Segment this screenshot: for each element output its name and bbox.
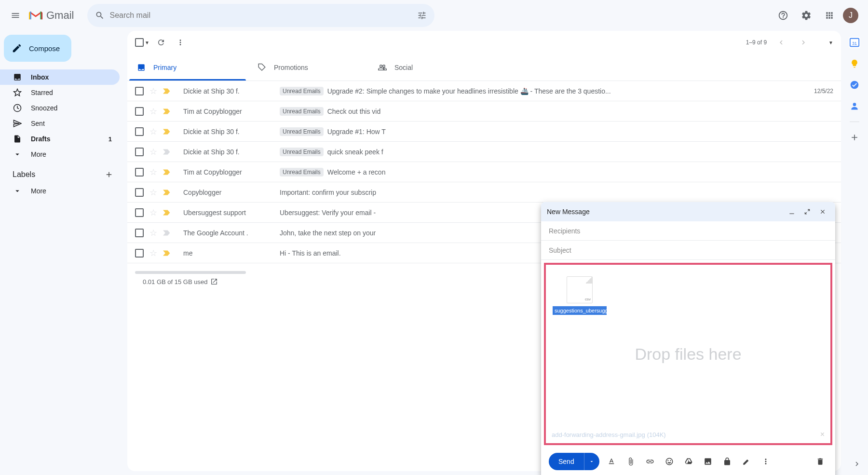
importance-marker[interactable] (163, 149, 172, 155)
email-label-chip[interactable]: Unread Emails (280, 148, 324, 156)
contacts-app-button[interactable] (849, 100, 860, 112)
discard-draft-button[interactable] (813, 454, 827, 469)
search-options-button[interactable] (412, 6, 432, 25)
format-button[interactable] (604, 454, 619, 469)
signature-button[interactable] (739, 454, 754, 469)
photo-button[interactable] (701, 454, 715, 469)
compose-body[interactable]: csv suggestions_ubersuggest...limit.csv … (541, 260, 835, 448)
email-row[interactable]: ☆ Tim at Copyblogger Unread Emails Check… (127, 101, 841, 122)
send-options-button[interactable] (584, 453, 599, 470)
settings-button[interactable] (797, 6, 816, 25)
account-avatar[interactable]: J (843, 8, 858, 23)
remove-attachment-button[interactable]: × (820, 430, 825, 439)
attach-button[interactable] (624, 454, 638, 469)
storage-info: 0.01 GB of 15 GB used (135, 274, 226, 289)
email-label-chip[interactable]: Unread Emails (280, 87, 324, 95)
tasks-app-button[interactable] (849, 79, 860, 91)
side-panel-collapse[interactable] (853, 460, 861, 468)
keep-app-button[interactable] (849, 58, 860, 69)
email-subject: Welcome + a recon (327, 168, 386, 176)
importance-marker[interactable] (163, 108, 172, 115)
row-checkbox[interactable] (135, 229, 144, 237)
google-apps-button[interactable] (820, 6, 839, 25)
next-page-button[interactable] (796, 35, 811, 50)
row-checkbox[interactable] (135, 208, 144, 217)
tab-promotions[interactable]: Promotions (248, 54, 368, 81)
support-button[interactable] (773, 6, 793, 25)
star-button[interactable]: ☆ (149, 248, 157, 258)
nav-inbox[interactable]: Inbox (0, 69, 120, 85)
importance-marker[interactable] (163, 250, 172, 257)
row-checkbox[interactable] (135, 107, 144, 116)
email-label-chip[interactable]: Unread Emails (280, 107, 324, 116)
row-checkbox[interactable] (135, 87, 144, 95)
svg-rect-2 (822, 41, 823, 41)
importance-marker[interactable] (163, 209, 172, 216)
get-addons-button[interactable] (849, 132, 860, 143)
refresh-button[interactable] (153, 35, 169, 50)
more-actions-button[interactable] (173, 35, 188, 50)
gmail-logo[interactable]: Gmail (29, 9, 74, 22)
row-checkbox[interactable] (135, 168, 144, 176)
link-button[interactable] (643, 454, 657, 469)
email-row[interactable]: ☆ Tim at Copyblogger Unread Emails Welco… (127, 162, 841, 182)
importance-marker[interactable] (163, 230, 172, 236)
email-label-chip[interactable]: Unread Emails (280, 168, 324, 176)
nav-drafts[interactable]: Drafts 1 (0, 131, 120, 147)
emoji-button[interactable] (662, 454, 677, 469)
importance-marker[interactable] (163, 88, 172, 95)
fullscreen-button[interactable] (800, 205, 814, 218)
add-label-button[interactable] (102, 168, 116, 181)
prev-page-button[interactable] (773, 35, 789, 50)
importance-marker[interactable] (163, 169, 172, 176)
drop-zone[interactable]: csv suggestions_ubersuggest...limit.csv … (544, 263, 832, 445)
close-compose-button[interactable] (816, 205, 829, 218)
star-button[interactable]: ☆ (149, 126, 157, 137)
tab-social[interactable]: Social (368, 54, 489, 81)
nav-sent[interactable]: Sent (0, 116, 120, 131)
email-subject: John, take the next step on your (280, 229, 376, 237)
row-checkbox[interactable] (135, 148, 144, 156)
search-button[interactable] (90, 6, 109, 25)
confidential-button[interactable] (720, 454, 734, 469)
drive-button[interactable] (681, 454, 696, 469)
star-button[interactable]: ☆ (149, 106, 157, 117)
star-button[interactable]: ☆ (149, 86, 157, 96)
subject-field[interactable]: Subject (541, 241, 835, 260)
nav-snoozed[interactable]: Snoozed (0, 100, 120, 116)
star-button[interactable]: ☆ (149, 187, 157, 198)
email-label-chip[interactable]: Unread Emails (280, 127, 324, 136)
star-button[interactable]: ☆ (149, 207, 157, 218)
star-button[interactable]: ☆ (149, 167, 157, 177)
importance-marker[interactable] (163, 189, 172, 196)
calendar-app-button[interactable]: 31 (849, 37, 860, 48)
compose-button[interactable]: Compose (4, 35, 71, 62)
more-options-button[interactable] (759, 454, 773, 469)
row-checkbox[interactable] (135, 188, 144, 197)
send-button[interactable]: Send (549, 458, 584, 465)
nav-more[interactable]: More (0, 147, 120, 162)
importance-icon (163, 250, 171, 257)
search-input[interactable] (109, 11, 412, 20)
email-row[interactable]: ☆ Dickie at Ship 30 f. Unread Emails Upg… (127, 81, 841, 101)
tab-primary[interactable]: Primary (127, 54, 248, 81)
compose-header[interactable]: New Message (541, 202, 835, 221)
recipients-field[interactable]: Recipients (541, 221, 835, 241)
email-row[interactable]: ☆ Dickie at Ship 30 f. Unread Emails qui… (127, 142, 841, 162)
main-menu-button[interactable] (4, 4, 27, 27)
input-mode-button[interactable]: ▼ (818, 39, 833, 46)
importance-marker[interactable] (163, 128, 172, 135)
email-row[interactable]: ☆ Copyblogger Important: confirm your su… (127, 182, 841, 203)
star-button[interactable]: ☆ (149, 147, 157, 157)
select-all-control[interactable]: ▼ (135, 38, 149, 47)
nav-starred[interactable]: Starred (0, 85, 120, 100)
file-preview[interactable]: csv suggestions_ubersuggest...limit.csv (565, 276, 594, 315)
minimize-button[interactable] (785, 205, 799, 218)
external-link-icon[interactable] (210, 278, 218, 285)
row-checkbox[interactable] (135, 249, 144, 258)
email-row[interactable]: ☆ Dickie at Ship 30 f. Unread Emails Upg… (127, 122, 841, 142)
row-checkbox[interactable] (135, 127, 144, 136)
attachment-name[interactable]: add-forwarding-address-gmail.jpg (552, 431, 645, 438)
labels-more[interactable]: More (0, 183, 120, 199)
star-button[interactable]: ☆ (149, 228, 157, 238)
